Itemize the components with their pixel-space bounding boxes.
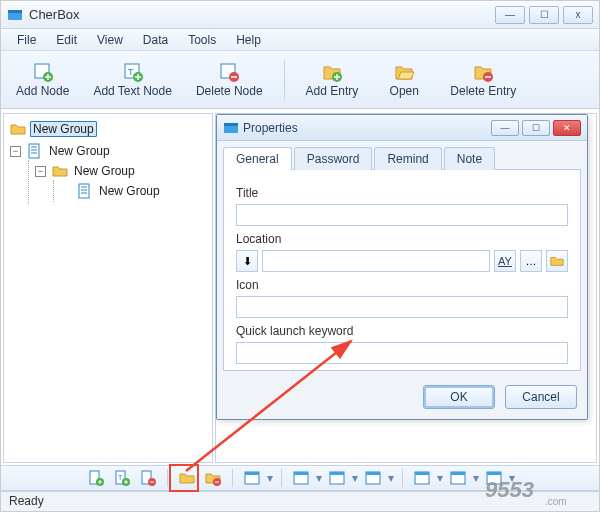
keyword-input[interactable] [236,342,568,364]
window-maximize-button[interactable]: ☐ [529,6,559,24]
title-bar: CherBox — ☐ x [1,1,599,29]
location-browse-button[interactable]: … [520,250,542,272]
title-input[interactable] [236,204,568,226]
add-text-node-button[interactable]: T Add Text Node [84,57,181,103]
icon-label: Icon [236,278,568,292]
ok-button[interactable]: OK [423,385,495,409]
bottom-window-button-6[interactable] [447,468,469,488]
add-node-button[interactable]: Add Node [7,57,78,103]
window-minimize-button[interactable]: — [495,6,525,24]
bottombar-separator [232,469,233,487]
location-dropdown-button[interactable]: ⬇ [236,250,258,272]
tree-root[interactable]: New Group [6,118,210,140]
svg-rect-26 [294,472,308,475]
main-toolbar: Add Node T Add Text Node Delete Node Add… [1,51,599,109]
bottom-new-text-button[interactable]: T [111,468,133,488]
bottombar-separator [281,469,282,487]
delete-entry-icon [473,62,493,82]
menu-bar: File Edit View Data Tools Help [1,29,599,51]
bottom-window-button-5[interactable] [411,468,433,488]
app-title: CherBox [29,7,491,22]
cancel-button[interactable]: Cancel [505,385,577,409]
title-label: Title [236,186,568,200]
maximize-icon: ☐ [540,9,549,20]
down-arrow-icon: ⬇ [243,255,252,268]
add-text-node-label: Add Text Node [93,84,172,98]
bottom-delete-doc-button[interactable] [137,468,159,488]
open-icon [394,62,414,82]
dialog-maximize-button[interactable]: ☐ [522,120,550,136]
dialog-close-button[interactable]: ✕ [553,120,581,136]
tree-node-3-label: New Group [97,184,162,198]
tab-general[interactable]: General [223,147,292,170]
svg-rect-1 [8,10,22,13]
open-button[interactable]: Open [373,57,435,103]
add-node-icon [33,62,53,82]
folder-icon [550,254,564,268]
icon-input[interactable] [236,296,568,318]
bottom-open-folder-button[interactable] [176,468,198,488]
folder-icon [10,121,26,137]
tree-panel[interactable]: New Group − New Group − New Group [3,113,213,463]
dialog-titlebar[interactable]: Properties — ☐ ✕ [217,115,587,141]
dialog-tabs: General Password Remind Note [223,147,581,170]
tree-node-1[interactable]: − New Group − New Group [6,140,210,206]
folder-icon [52,163,68,179]
tab-password[interactable]: Password [294,147,373,170]
menu-help[interactable]: Help [226,29,271,50]
bottom-delete-folder-button[interactable] [202,468,224,488]
menu-file[interactable]: File [7,29,46,50]
tab-note[interactable]: Note [444,147,495,170]
bottombar-separator [167,469,168,487]
dialog-minimize-button[interactable]: — [491,120,519,136]
menu-data[interactable]: Data [133,29,178,50]
expander-icon[interactable]: − [35,166,46,177]
bottom-window-button-7[interactable] [483,468,505,488]
tab-remind[interactable]: Remind [374,147,441,170]
delete-entry-button[interactable]: Delete Entry [441,57,525,103]
dialog-title: Properties [243,121,488,135]
svg-text:T: T [118,474,123,481]
tree-node-3[interactable]: New Group [56,180,210,202]
add-text-node-icon: T [123,62,143,82]
bottom-window-button-1[interactable] [241,468,263,488]
toolbar-separator [284,60,285,100]
delete-node-icon [219,62,239,82]
bottom-window-button-4[interactable] [362,468,384,488]
svg-rect-24 [245,472,259,475]
bottombar-separator [402,469,403,487]
window-icon [244,470,260,486]
window-close-button[interactable]: x [563,6,593,24]
add-entry-label: Add Entry [306,84,359,98]
close-icon: x [576,9,581,20]
delete-node-button[interactable]: Delete Node [187,57,272,103]
window-icon [329,470,345,486]
folder-remove-icon [205,470,221,486]
document-icon [77,183,93,199]
status-text: Ready [9,494,44,508]
tree-node-2[interactable]: − New Group New Group [31,160,210,204]
menu-tools[interactable]: Tools [178,29,226,50]
open-label: Open [390,84,419,98]
expander-icon[interactable]: − [10,146,21,157]
menu-view[interactable]: View [87,29,133,50]
location-font-button[interactable]: AY [494,250,516,272]
bottom-window-button-3[interactable] [326,468,348,488]
dialog-button-row: OK Cancel [217,377,587,419]
bottom-new-doc-button[interactable] [85,468,107,488]
svg-rect-32 [415,472,429,475]
location-input[interactable] [262,250,490,272]
bottom-toolbar: T ▾ ▾ ▾ ▾ ▾ ▾ ▾ [1,465,599,491]
svg-rect-36 [487,472,501,475]
window-icon [365,470,381,486]
location-folder-button[interactable] [546,250,568,272]
menu-edit[interactable]: Edit [46,29,87,50]
svg-text:T: T [128,67,134,77]
window-icon [414,470,430,486]
tree-node-2-label: New Group [72,164,137,178]
bottom-window-button-2[interactable] [290,468,312,488]
minimize-icon: — [505,9,515,20]
add-entry-button[interactable]: Add Entry [297,57,368,103]
dialog-icon [223,120,239,136]
tree-node-1-label: New Group [47,144,112,158]
